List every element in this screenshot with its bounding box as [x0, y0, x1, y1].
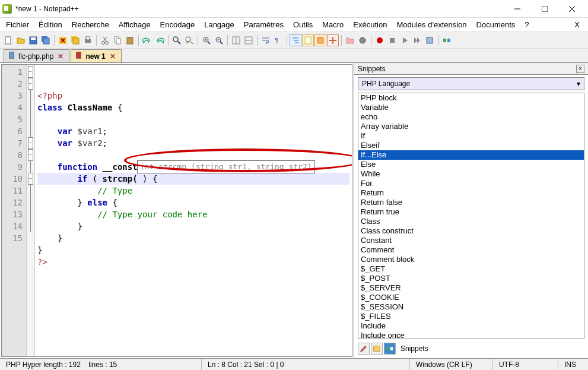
code-line[interactable]: // Type [37, 185, 349, 197]
snippet-item[interactable]: $_SERVER [358, 283, 584, 293]
close-all-icon[interactable] [69, 34, 81, 46]
tab-close-icon[interactable]: ✕ [108, 52, 117, 61]
paste-icon[interactable] [124, 34, 136, 46]
snippet-item[interactable]: echo [358, 112, 584, 122]
snippet-item[interactable]: Elseif [358, 141, 584, 150]
tab-new-1[interactable]: new 1✕ [71, 49, 121, 62]
snippet-item[interactable]: Constant [358, 236, 584, 245]
snippets-edit-button[interactable] [358, 343, 370, 355]
menubar-close-x[interactable]: X [567, 20, 587, 29]
monitor-icon[interactable] [357, 34, 368, 46]
snippet-item[interactable]: $_FILES [358, 312, 584, 321]
snippet-item[interactable]: PHP block [358, 93, 584, 103]
run-multi-icon[interactable] [411, 34, 423, 46]
undo-icon[interactable] [141, 34, 153, 46]
code-line[interactable] [37, 149, 349, 161]
menu-item-dition[interactable]: Édition [34, 18, 67, 31]
record-macro-icon[interactable] [374, 34, 386, 46]
menu-item-affichage[interactable]: Affichage [114, 18, 155, 31]
maximize-button[interactable] [531, 0, 558, 18]
snippets-close-button[interactable]: × [576, 65, 584, 73]
snippet-item[interactable]: Variable [358, 103, 584, 112]
menu-item-excution[interactable]: Exécution [348, 18, 392, 31]
menu-item-macro[interactable]: Macro [317, 18, 348, 31]
play-macro-icon[interactable] [399, 34, 411, 46]
snippet-item[interactable]: Class [358, 217, 584, 226]
menu-item-outils[interactable]: Outils [288, 18, 317, 31]
code-line[interactable]: ?> [37, 256, 349, 268]
minimize-button[interactable] [504, 0, 531, 18]
snippet-item[interactable]: Comment [358, 245, 584, 255]
close-button[interactable] [558, 0, 586, 18]
show-all-chars-icon[interactable]: ¶ [272, 34, 284, 46]
code-line[interactable]: var $var2; [37, 137, 349, 149]
snippets-puzzle-button[interactable] [384, 343, 396, 355]
sync-h-icon[interactable] [243, 34, 255, 46]
snippets-language-combo[interactable]: PHP Language ▾ [358, 77, 584, 90]
redo-icon[interactable] [154, 34, 166, 46]
sync-v-icon[interactable] [230, 34, 242, 46]
menu-item-langage[interactable]: Langage [199, 18, 239, 31]
tab-close-icon[interactable]: ✕ [56, 52, 65, 61]
code-line[interactable]: <?php [37, 90, 349, 102]
snippet-item[interactable]: $_COOKIE [358, 293, 584, 302]
snippet-item[interactable]: $_POST [358, 274, 584, 283]
menu-item-documents[interactable]: Documents [472, 18, 520, 31]
snippet-item[interactable]: For [358, 179, 584, 188]
stop-macro-icon[interactable] [386, 34, 398, 46]
code-line[interactable]: class ClassName { [37, 102, 349, 113]
editor[interactable]: 123456789101112131415 −−−−− <?phpclass C… [0, 63, 354, 358]
zoom-in-icon[interactable] [201, 34, 212, 46]
folder-icon[interactable] [344, 34, 356, 46]
snippet-item[interactable]: Return false [358, 198, 584, 207]
snippet-item[interactable]: Array variable [358, 122, 584, 131]
folder-view-icon[interactable] [327, 34, 339, 46]
code-line[interactable]: var $var1; [37, 125, 349, 137]
menu-item-encodage[interactable]: Encodage [155, 18, 200, 31]
menu-item-modulesdextension[interactable]: Modules d'extension [392, 18, 471, 31]
menu-item-recherche[interactable]: Recherche [67, 18, 114, 31]
code-line[interactable]: } else { [37, 197, 349, 208]
snippet-item[interactable]: $_GET [358, 264, 584, 274]
code-line[interactable]: } [37, 232, 349, 244]
zoom-out-icon[interactable] [213, 34, 225, 46]
cut-icon[interactable] [99, 34, 111, 46]
code-line[interactable]: } [37, 220, 349, 232]
snippet-item[interactable]: Class construct [358, 226, 584, 236]
snippet-item[interactable]: Include once [358, 331, 584, 339]
snippet-item[interactable]: Return true [358, 207, 584, 217]
code-line[interactable]: // Type your code here [37, 208, 349, 220]
snippet-item[interactable]: If...Else [358, 150, 584, 160]
replace-icon[interactable] [183, 34, 195, 46]
close-file-icon[interactable] [57, 34, 69, 46]
snippet-item[interactable]: Include [358, 321, 584, 331]
save-macro-icon[interactable] [424, 34, 436, 46]
save-all-icon[interactable] [40, 34, 52, 46]
indent-guide-icon[interactable] [290, 34, 301, 46]
snippet-item[interactable]: While [358, 169, 584, 179]
menu-item-fichier[interactable]: Fichier [1, 18, 34, 31]
snippet-item[interactable]: If [358, 131, 584, 141]
snippet-item[interactable]: Else [358, 160, 584, 169]
fold-gutter[interactable]: −−−−− [27, 65, 35, 356]
snippet-item[interactable]: Comment block [358, 255, 584, 264]
open-file-icon[interactable] [15, 34, 27, 46]
menu-item-[interactable]: ? [520, 18, 533, 31]
print-icon[interactable] [82, 34, 94, 46]
menu-item-paramtres[interactable]: Paramètres [239, 18, 288, 31]
snippets-config-button[interactable] [371, 343, 383, 355]
wordwrap-icon[interactable] [260, 34, 272, 46]
code-line[interactable]: } [37, 244, 349, 256]
save-icon[interactable] [27, 34, 39, 46]
plugin-icon[interactable] [441, 34, 453, 46]
snippet-item[interactable]: $_SESSION [358, 302, 584, 312]
copy-icon[interactable] [112, 34, 123, 46]
tab-fic-php-php[interactable]: fic-php.php✕ [4, 49, 69, 62]
new-file-icon[interactable] [2, 34, 14, 46]
code-area[interactable]: <?phpclass ClassName { var $var1; var $v… [35, 65, 352, 356]
find-icon[interactable] [171, 34, 183, 46]
function-list-icon[interactable] [314, 34, 326, 46]
code-line[interactable]: if ( strcmp( ) { [37, 173, 349, 185]
doc-map-icon[interactable] [302, 34, 314, 46]
snippets-list[interactable]: PHP blockVariableechoArray variableIfEls… [358, 93, 584, 339]
